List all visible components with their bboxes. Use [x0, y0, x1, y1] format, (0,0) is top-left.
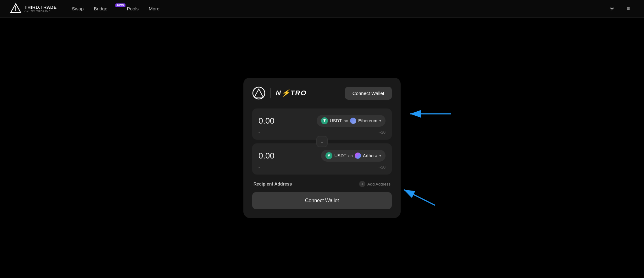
alpha-badge: ALPHA VERSION [25, 9, 57, 12]
nav-right: ☀ ≡ [606, 3, 634, 14]
to-on-text: on [348, 153, 353, 158]
from-amount: 0.00 [258, 116, 275, 126]
from-token-selector[interactable]: ₮ USDT on Ethereum ▾ [317, 115, 386, 127]
connect-wallet-main-button[interactable]: Connect Wallet [252, 192, 392, 209]
navbar: THIRD.TRADE ALPHA VERSION Swap Bridge NE… [0, 0, 644, 18]
to-usd: ~$0 [379, 165, 386, 170]
nav-links: Swap Bridge NEW Pools More [72, 6, 606, 11]
to-input-row: 0.00 ₮ USDT on Arthera ▾ [258, 150, 386, 162]
from-chain-label: Ethereum [358, 118, 377, 123]
nav-logo: THIRD.TRADE ALPHA VERSION [10, 3, 57, 14]
nav-more[interactable]: More [149, 6, 159, 11]
to-dash: - [258, 165, 260, 170]
add-address-button[interactable]: + Add Address [359, 181, 391, 187]
to-sub-row: - ~$0 [258, 165, 386, 170]
to-chain-icon [355, 153, 361, 159]
from-usdt-icon: ₮ [321, 117, 328, 124]
to-token-selector[interactable]: ₮ USDT on Arthera ▾ [321, 150, 386, 162]
to-chain-label: Arthera [363, 153, 377, 158]
connect-wallet-header-button[interactable]: Connect Wallet [345, 87, 392, 100]
card-container: N⚡TRO Connect Wallet 0.00 ₮ USDT on Ethe… [243, 78, 401, 218]
recipient-label: Recipient Address [253, 181, 292, 186]
from-input-box: 0.00 ₮ USDT on Ethereum ▾ - ~$0 [252, 108, 392, 140]
svg-marker-3 [254, 89, 263, 97]
card-logo-group: N⚡TRO [252, 86, 307, 100]
from-sub-row: - ~$0 [258, 130, 386, 135]
card-header: N⚡TRO Connect Wallet [252, 86, 392, 100]
from-usd: ~$0 [379, 130, 386, 135]
bridge-card: N⚡TRO Connect Wallet 0.00 ₮ USDT on Ethe… [243, 78, 401, 218]
theme-toggle-button[interactable]: ☀ [606, 3, 618, 14]
from-chain-icon [350, 118, 356, 124]
to-chevron-icon: ▾ [379, 153, 381, 158]
plus-circle-icon: + [359, 181, 365, 187]
nav-bridge[interactable]: Bridge NEW [94, 6, 117, 11]
nav-swap[interactable]: Swap [72, 6, 84, 11]
nav-pools[interactable]: Pools [127, 6, 139, 11]
from-chevron-icon: ▾ [379, 119, 381, 123]
from-dash: - [258, 130, 260, 135]
menu-button[interactable]: ≡ [623, 3, 634, 14]
nitro-label: N⚡TRO [276, 89, 307, 97]
new-badge: NEW [115, 3, 125, 7]
arrow-annotation-top [407, 106, 457, 122]
recipient-row: Recipient Address + Add Address [252, 176, 392, 191]
to-usdt-icon: ₮ [325, 152, 332, 159]
logo-divider [270, 88, 271, 98]
swap-direction-button[interactable]: ↓ [316, 136, 328, 147]
brand-text: THIRD.TRADE ALPHA VERSION [25, 5, 57, 12]
brand-name: THIRD.TRADE [25, 5, 57, 9]
main-content: N⚡TRO Connect Wallet 0.00 ₮ USDT on Ethe… [0, 18, 644, 278]
card-logo-icon [252, 86, 265, 100]
from-input-row: 0.00 ₮ USDT on Ethereum ▾ [258, 115, 386, 127]
from-token-label: USDT [330, 118, 342, 123]
to-amount: 0.00 [258, 151, 275, 161]
add-address-label: Add Address [367, 182, 391, 186]
to-input-box: 0.00 ₮ USDT on Arthera ▾ - ~$0 [252, 143, 392, 175]
arrow-annotation-bottom [401, 183, 441, 208]
from-on-text: on [344, 119, 348, 123]
swap-arrow-icon: ↓ [321, 139, 323, 144]
brand-logo-icon [10, 3, 21, 14]
to-token-label: USDT [334, 153, 346, 158]
